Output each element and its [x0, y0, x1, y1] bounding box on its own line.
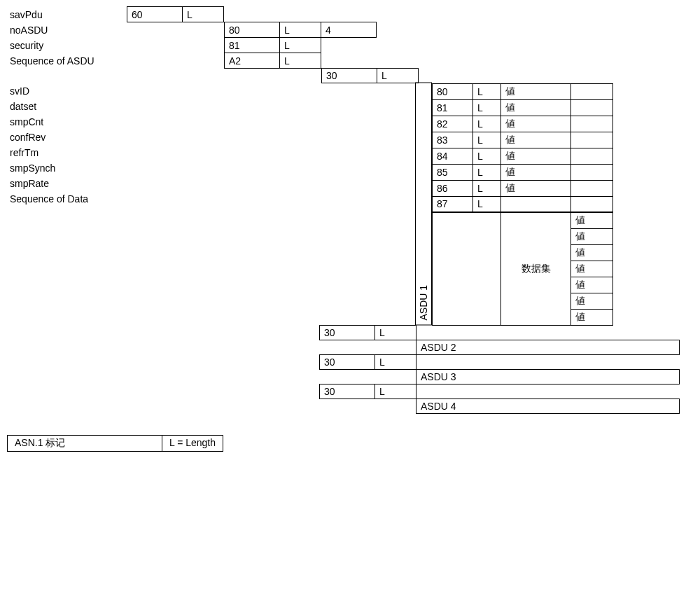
asdu-row-extra	[571, 197, 613, 212]
asdu1-label: ASDU 1	[415, 83, 432, 326]
seqasdu-tag: A2	[224, 53, 280, 69]
asdu-row-len: L	[473, 148, 501, 165]
label-confrev: confRev	[7, 130, 127, 145]
asdu-row-len: L	[473, 116, 501, 132]
dataset-value: 値	[571, 244, 613, 261]
label-smpcnt: smpCnt	[7, 114, 127, 130]
asdu-row-tag: 85	[433, 165, 473, 181]
security-len: L	[279, 37, 321, 53]
seqasdu-len: L	[279, 53, 321, 69]
asdu-row-extra	[571, 132, 613, 148]
asdu-row-tag: 81	[433, 100, 473, 116]
dataset-label: 数据集	[501, 212, 571, 326]
asdu-row-extra	[571, 100, 613, 116]
legend: ASN.1 标记 L = Length	[7, 435, 223, 452]
asdu-row-extra	[571, 148, 613, 165]
asdu1-table: 80 L 値 81 L 値 82 L 値 83 L 値	[432, 83, 613, 326]
asdu-row-len: L	[473, 165, 501, 181]
dataset-value: 値	[571, 277, 613, 293]
label-refrtm: refrTm	[7, 145, 127, 160]
asdu-row-len: L	[473, 181, 501, 197]
dataset-value: 値	[571, 212, 613, 229]
noasdu-val: 4	[321, 22, 377, 38]
asdu-row-tag: 82	[433, 116, 473, 132]
asdu-header-tag: 30	[321, 68, 377, 83]
security-tag: 81	[224, 37, 280, 53]
label-noasdu: noASDU	[7, 22, 127, 38]
asdu4-tag: 30	[319, 384, 375, 399]
asdu2-len: L	[374, 325, 416, 340]
asdu2-tag: 30	[319, 325, 375, 340]
label-datset: datset	[7, 99, 127, 114]
asdu-row-val: 値	[501, 116, 571, 132]
asdu2-label: ASDU 2	[416, 340, 680, 355]
asdu4-len: L	[374, 384, 416, 399]
label-smpsynch: smpSynch	[7, 160, 127, 176]
asdu-row-val: 値	[501, 165, 571, 181]
label-security: security	[7, 38, 127, 53]
asdu-row-val: 値	[501, 84, 571, 100]
asdu-row-extra	[571, 181, 613, 197]
dataset-value: 値	[571, 228, 613, 244]
label-svid: svID	[7, 83, 127, 99]
savpdu-tag: 60	[127, 6, 183, 22]
legend-asn1: ASN.1 标记	[8, 436, 162, 451]
asdu3-tag: 30	[319, 354, 375, 370]
asdu-row-val: 値	[501, 100, 571, 116]
asdu-header-len: L	[377, 68, 419, 83]
noasdu-len: L	[279, 22, 321, 38]
asdu-row-tag: 84	[433, 148, 473, 165]
asdu-row-val: 値	[501, 132, 571, 148]
asdu-row-len: L	[473, 100, 501, 116]
dataset-value: 値	[571, 293, 613, 309]
label-seqasdu: Sequence of ASDU	[7, 53, 127, 69]
dataset-value: 値	[571, 261, 613, 277]
asdu-row-tag: 83	[433, 132, 473, 148]
label-smprate: smpRate	[7, 176, 127, 191]
asdu-row-extra	[571, 116, 613, 132]
asdu-row-tag: 80	[433, 84, 473, 100]
noasdu-tag: 80	[224, 22, 280, 38]
dataset-value: 値	[571, 309, 613, 325]
asdu-row-val: 値	[501, 181, 571, 197]
asdu-row-len: L	[473, 84, 501, 100]
asdu-row-tag: 87	[433, 197, 473, 212]
legend-length: L = Length	[162, 436, 223, 451]
asdu4-label: ASDU 4	[416, 399, 680, 414]
asdu-row-tag: 86	[433, 181, 473, 197]
asdu-row-extra	[571, 84, 613, 100]
asdu-row-val	[501, 197, 571, 212]
label-seqdata: Sequence of Data	[7, 191, 127, 207]
asdu-row-len: L	[473, 132, 501, 148]
savpdu-len: L	[182, 6, 224, 22]
asdu-row-len: L	[473, 197, 501, 212]
asdu-row-val: 値	[501, 148, 571, 165]
asdu-row-extra	[571, 165, 613, 181]
asdu3-label: ASDU 3	[416, 369, 680, 384]
label-savpdu: savPdu	[7, 7, 127, 22]
asdu3-len: L	[374, 354, 416, 370]
